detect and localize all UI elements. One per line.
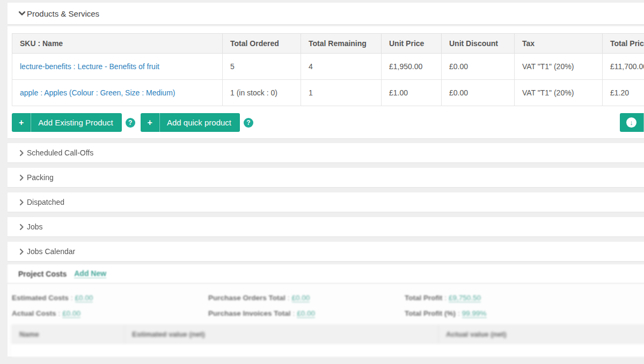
col-header-total-remaining: Total Remaining [301,34,382,54]
stat-total-profit-percent: Total Profit (%):99.99% [405,308,635,320]
chevron-down-icon [18,10,26,17]
stat-value-link[interactable]: 99.99% [462,309,487,318]
project-costs-header: Project Costs Add New [8,264,644,284]
section-scheduled-call-offs[interactable]: Scheduled Call-Offs [8,143,644,163]
cell-unit-discount: £0.00 [442,54,515,80]
plus-icon: + [19,118,24,128]
col-header-sku-name: SKU : Name [12,34,223,54]
section-jobs[interactable]: Jobs [8,217,644,237]
button-divider [31,113,31,132]
chevron-right-icon [18,248,25,255]
export-button[interactable]: ↓ C [620,113,644,132]
col-header-total-ordered: Total Ordered [223,34,301,54]
section-label: Jobs Calendar [27,247,75,256]
section-label: Scheduled Call-Offs [27,148,93,157]
cell-total-price: £11,700.00 [603,54,644,80]
col-header-estimated-value: Estimated value (net) [125,325,439,344]
cell-unit-discount: £0.00 [442,80,515,106]
section-packing[interactable]: Packing [8,168,644,188]
section-label: Jobs [27,222,43,231]
empty-row [12,344,644,357]
help-icon[interactable]: ? [244,118,253,128]
stat-purchase-orders-total: Purchase Orders Total:£0.00 [208,292,405,304]
products-table: SKU : Name Total Ordered Total Remaining… [12,33,644,106]
col-header-name: Name [12,325,125,344]
project-costs-table-header-row: Name Estimated value (net) Actual value … [12,325,644,344]
cell-total-remaining: 1 [301,80,382,106]
stat-value-link[interactable]: £0.00 [75,294,93,302]
add-quick-product-button[interactable]: + Add quick product [141,113,240,132]
chevron-right-icon [18,174,25,181]
collapsed-sections: Scheduled Call-Offs Packing Dispatched J… [0,143,644,262]
stat-actual-costs: Actual Costs:£0.00 [12,308,208,320]
cell-total-remaining: 4 [301,54,382,80]
products-table-header-row: SKU : Name Total Ordered Total Remaining… [12,34,644,54]
plus-icon: + [148,118,152,128]
chevron-right-icon [18,224,25,231]
project-costs-table: Name Estimated value (net) Actual value … [12,325,644,356]
add-new-link[interactable]: Add New [74,269,106,278]
project-costs-body: Estimated Costs:£0.00 Purchase Orders To… [8,284,644,356]
cell-total-ordered: 1 (in stock : 0) [223,80,301,106]
section-jobs-calendar[interactable]: Jobs Calendar [8,242,644,262]
chevron-right-icon [18,199,25,206]
section-dispatched[interactable]: Dispatched [8,192,644,212]
products-services-panel: SKU : Name Total Ordered Total Remaining… [8,26,644,139]
cell-unit-price: £1,950.00 [382,54,442,80]
download-circle-icon: ↓ [626,117,636,128]
stat-estimated-costs: Estimated Costs:£0.00 [12,292,208,304]
col-header-total-price: Total Price [603,34,644,54]
add-existing-product-button[interactable]: + Add Existing Product [12,113,122,132]
order-detail-page: Products & Services SKU : Name Total Ord… [0,0,644,364]
col-header-unit-discount: Unit Discount [442,34,515,54]
cell-total-ordered: 5 [223,54,301,80]
table-row: apple : Apples (Colour : Green, Size : M… [12,80,644,106]
stat-value-link[interactable]: £0.00 [297,309,315,318]
help-icon[interactable]: ? [126,118,135,128]
project-costs-stats: Estimated Costs:£0.00 Purchase Orders To… [12,292,644,320]
col-header-actual-value: Actual value (net) [439,325,644,344]
chevron-right-icon [18,150,25,157]
product-actions-row: + Add Existing Product ? + Add quick pro… [12,113,644,132]
table-row: lecture-benefits : Lecture - Benefits of… [12,54,644,80]
col-header-unit-price: Unit Price [382,34,442,54]
products-services-title: Products & Services [27,9,99,18]
stat-value-link[interactable]: £9,750.50 [449,294,481,302]
stat-total-profit: Total Profit:£9,750.50 [405,292,635,304]
product-link[interactable]: lecture-benefits : Lecture - Benefits of… [20,62,159,71]
button-divider [159,113,160,132]
section-label: Dispatched [27,198,64,206]
section-label: Packing [27,173,54,182]
stat-value-link[interactable]: £0.00 [292,294,310,302]
stat-value-link[interactable]: £0.00 [62,309,80,318]
product-link[interactable]: apple : Apples (Colour : Green, Size : M… [20,88,175,97]
col-header-tax: Tax [515,34,603,54]
products-services-section-header[interactable]: Products & Services [8,3,644,25]
project-costs-title: Project Costs [18,270,67,278]
stat-purchase-invoices-total: Purchase Invoices Total:£0.00 [208,308,405,320]
cell-tax: VAT "T1" (20%) [515,80,603,106]
cell-total-price: £1.20 [603,80,644,106]
add-quick-product-label: Add quick product [167,118,231,127]
add-existing-product-label: Add Existing Product [38,118,113,127]
cell-unit-price: £1.00 [382,80,442,106]
cell-tax: VAT "T1" (20%) [515,54,603,80]
